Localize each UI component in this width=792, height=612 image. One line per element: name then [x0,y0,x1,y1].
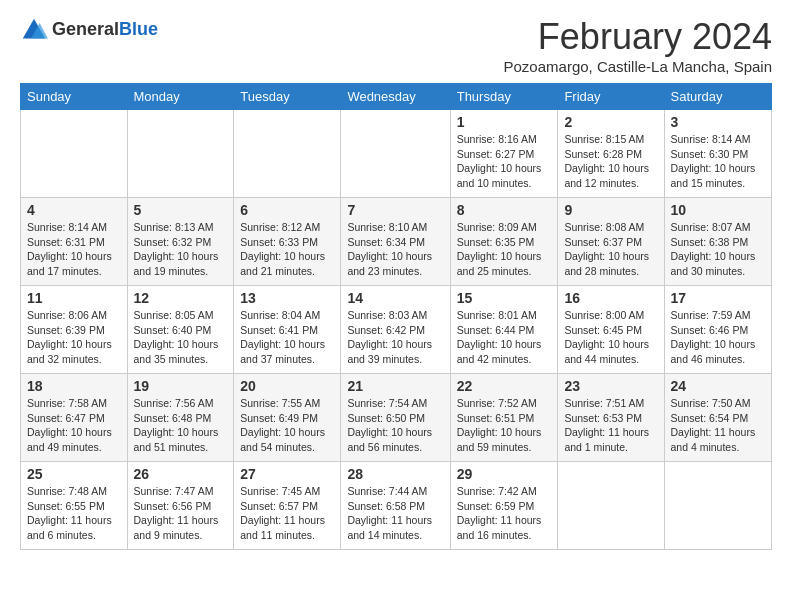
calendar-cell: 6Sunrise: 8:12 AM Sunset: 6:33 PM Daylig… [234,198,341,286]
day-number: 4 [27,202,121,218]
calendar-week-row: 25Sunrise: 7:48 AM Sunset: 6:55 PM Dayli… [21,462,772,550]
logo-text: GeneralBlue [52,20,158,40]
day-number: 23 [564,378,657,394]
calendar-cell: 18Sunrise: 7:58 AM Sunset: 6:47 PM Dayli… [21,374,128,462]
day-number: 9 [564,202,657,218]
day-number: 6 [240,202,334,218]
day-number: 19 [134,378,228,394]
day-info: Sunrise: 8:01 AM Sunset: 6:44 PM Dayligh… [457,308,552,367]
day-number: 21 [347,378,443,394]
day-number: 28 [347,466,443,482]
weekday-header: Wednesday [341,84,450,110]
day-info: Sunrise: 7:56 AM Sunset: 6:48 PM Dayligh… [134,396,228,455]
calendar-cell: 17Sunrise: 7:59 AM Sunset: 6:46 PM Dayli… [664,286,772,374]
calendar-cell: 22Sunrise: 7:52 AM Sunset: 6:51 PM Dayli… [450,374,558,462]
day-info: Sunrise: 8:14 AM Sunset: 6:30 PM Dayligh… [671,132,766,191]
day-number: 15 [457,290,552,306]
day-info: Sunrise: 7:47 AM Sunset: 6:56 PM Dayligh… [134,484,228,543]
weekday-header: Thursday [450,84,558,110]
calendar-cell: 20Sunrise: 7:55 AM Sunset: 6:49 PM Dayli… [234,374,341,462]
day-info: Sunrise: 8:03 AM Sunset: 6:42 PM Dayligh… [347,308,443,367]
day-number: 16 [564,290,657,306]
day-number: 18 [27,378,121,394]
logo-blue: Blue [119,19,158,39]
calendar-cell: 25Sunrise: 7:48 AM Sunset: 6:55 PM Dayli… [21,462,128,550]
calendar-cell: 24Sunrise: 7:50 AM Sunset: 6:54 PM Dayli… [664,374,772,462]
day-number: 5 [134,202,228,218]
day-info: Sunrise: 8:10 AM Sunset: 6:34 PM Dayligh… [347,220,443,279]
day-number: 20 [240,378,334,394]
day-info: Sunrise: 7:55 AM Sunset: 6:49 PM Dayligh… [240,396,334,455]
day-info: Sunrise: 7:42 AM Sunset: 6:59 PM Dayligh… [457,484,552,543]
day-number: 10 [671,202,766,218]
day-number: 11 [27,290,121,306]
calendar-week-row: 4Sunrise: 8:14 AM Sunset: 6:31 PM Daylig… [21,198,772,286]
calendar-cell: 5Sunrise: 8:13 AM Sunset: 6:32 PM Daylig… [127,198,234,286]
day-info: Sunrise: 8:08 AM Sunset: 6:37 PM Dayligh… [564,220,657,279]
calendar-cell: 4Sunrise: 8:14 AM Sunset: 6:31 PM Daylig… [21,198,128,286]
day-info: Sunrise: 8:05 AM Sunset: 6:40 PM Dayligh… [134,308,228,367]
calendar-cell: 29Sunrise: 7:42 AM Sunset: 6:59 PM Dayli… [450,462,558,550]
day-number: 12 [134,290,228,306]
weekday-header: Sunday [21,84,128,110]
calendar-cell: 10Sunrise: 8:07 AM Sunset: 6:38 PM Dayli… [664,198,772,286]
day-number: 1 [457,114,552,130]
day-number: 27 [240,466,334,482]
day-number: 29 [457,466,552,482]
day-info: Sunrise: 8:15 AM Sunset: 6:28 PM Dayligh… [564,132,657,191]
weekday-header: Monday [127,84,234,110]
title-area: February 2024 Pozoamargo, Castille-La Ma… [504,16,772,75]
calendar-cell: 14Sunrise: 8:03 AM Sunset: 6:42 PM Dayli… [341,286,450,374]
day-number: 3 [671,114,766,130]
calendar-cell [664,462,772,550]
day-info: Sunrise: 7:48 AM Sunset: 6:55 PM Dayligh… [27,484,121,543]
calendar-cell: 13Sunrise: 8:04 AM Sunset: 6:41 PM Dayli… [234,286,341,374]
calendar-cell: 1Sunrise: 8:16 AM Sunset: 6:27 PM Daylig… [450,110,558,198]
day-info: Sunrise: 8:09 AM Sunset: 6:35 PM Dayligh… [457,220,552,279]
weekday-header: Saturday [664,84,772,110]
day-number: 13 [240,290,334,306]
location-title: Pozoamargo, Castille-La Mancha, Spain [504,58,772,75]
calendar-cell [21,110,128,198]
calendar-cell: 27Sunrise: 7:45 AM Sunset: 6:57 PM Dayli… [234,462,341,550]
month-title: February 2024 [504,16,772,58]
calendar-cell: 3Sunrise: 8:14 AM Sunset: 6:30 PM Daylig… [664,110,772,198]
calendar-cell: 11Sunrise: 8:06 AM Sunset: 6:39 PM Dayli… [21,286,128,374]
day-number: 2 [564,114,657,130]
calendar-cell: 12Sunrise: 8:05 AM Sunset: 6:40 PM Dayli… [127,286,234,374]
weekday-header: Tuesday [234,84,341,110]
calendar-cell: 2Sunrise: 8:15 AM Sunset: 6:28 PM Daylig… [558,110,664,198]
day-number: 22 [457,378,552,394]
calendar-cell: 21Sunrise: 7:54 AM Sunset: 6:50 PM Dayli… [341,374,450,462]
logo-general: General [52,19,119,39]
day-info: Sunrise: 8:04 AM Sunset: 6:41 PM Dayligh… [240,308,334,367]
calendar-week-row: 11Sunrise: 8:06 AM Sunset: 6:39 PM Dayli… [21,286,772,374]
day-info: Sunrise: 7:51 AM Sunset: 6:53 PM Dayligh… [564,396,657,455]
day-info: Sunrise: 8:00 AM Sunset: 6:45 PM Dayligh… [564,308,657,367]
day-number: 14 [347,290,443,306]
day-number: 25 [27,466,121,482]
calendar-cell: 19Sunrise: 7:56 AM Sunset: 6:48 PM Dayli… [127,374,234,462]
logo: GeneralBlue [20,16,158,44]
day-info: Sunrise: 7:58 AM Sunset: 6:47 PM Dayligh… [27,396,121,455]
calendar-cell: 7Sunrise: 8:10 AM Sunset: 6:34 PM Daylig… [341,198,450,286]
day-info: Sunrise: 8:07 AM Sunset: 6:38 PM Dayligh… [671,220,766,279]
calendar-cell: 8Sunrise: 8:09 AM Sunset: 6:35 PM Daylig… [450,198,558,286]
day-info: Sunrise: 8:16 AM Sunset: 6:27 PM Dayligh… [457,132,552,191]
day-info: Sunrise: 7:52 AM Sunset: 6:51 PM Dayligh… [457,396,552,455]
day-number: 7 [347,202,443,218]
calendar: SundayMondayTuesdayWednesdayThursdayFrid… [20,83,772,550]
calendar-cell: 28Sunrise: 7:44 AM Sunset: 6:58 PM Dayli… [341,462,450,550]
logo-icon [20,16,48,44]
day-info: Sunrise: 7:59 AM Sunset: 6:46 PM Dayligh… [671,308,766,367]
calendar-cell [558,462,664,550]
day-number: 24 [671,378,766,394]
weekday-header: Friday [558,84,664,110]
calendar-cell [234,110,341,198]
calendar-cell [127,110,234,198]
day-info: Sunrise: 8:06 AM Sunset: 6:39 PM Dayligh… [27,308,121,367]
calendar-week-row: 18Sunrise: 7:58 AM Sunset: 6:47 PM Dayli… [21,374,772,462]
calendar-cell: 16Sunrise: 8:00 AM Sunset: 6:45 PM Dayli… [558,286,664,374]
calendar-cell: 26Sunrise: 7:47 AM Sunset: 6:56 PM Dayli… [127,462,234,550]
day-info: Sunrise: 7:45 AM Sunset: 6:57 PM Dayligh… [240,484,334,543]
